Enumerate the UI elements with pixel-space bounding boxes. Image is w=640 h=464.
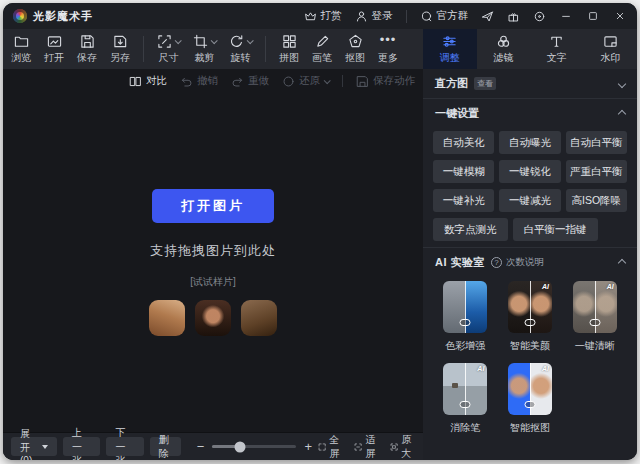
histogram-badge[interactable]: 查看 bbox=[474, 77, 496, 90]
right-panel: 直方图 查看 一键设置 自动美化 自动曝光 自动白平衡 一键模糊 一键锐化 严重… bbox=[423, 69, 637, 460]
ai-eraser-pen-card[interactable]: AI 消除笔 bbox=[433, 363, 498, 435]
sample-thumbnails bbox=[149, 300, 277, 336]
tab-adjust[interactable]: 调整 bbox=[423, 29, 477, 69]
expand-button[interactable]: 展开(0) bbox=[11, 437, 57, 456]
chevron-up-icon[interactable] bbox=[618, 258, 626, 266]
histogram-title: 直方图 bbox=[435, 76, 468, 91]
pen-icon bbox=[315, 34, 330, 49]
digital-spot-metering-button[interactable]: 数字点测光 bbox=[433, 218, 508, 241]
onekey-fill-light-button[interactable]: 一键补光 bbox=[433, 189, 494, 212]
ai-lab-section-header[interactable]: AI 实验室 次数说明 bbox=[423, 248, 637, 277]
chat-icon bbox=[420, 10, 433, 23]
share-button[interactable] bbox=[481, 10, 494, 23]
titlebar-divider bbox=[406, 10, 407, 23]
brush-button[interactable]: 画笔 bbox=[312, 33, 332, 65]
zoom-slider[interactable] bbox=[212, 445, 296, 448]
browse-button[interactable]: 浏览 bbox=[11, 33, 31, 65]
size-label: 尺寸 bbox=[159, 51, 179, 65]
resize-icon bbox=[157, 34, 172, 49]
undo-icon bbox=[180, 75, 193, 88]
crown-icon bbox=[304, 10, 317, 23]
save-as-button[interactable]: 另存 bbox=[110, 33, 130, 65]
auto-exposure-button[interactable]: 自动曝光 bbox=[499, 131, 560, 154]
drop-hint: 支持拖拽图片到此处 bbox=[150, 242, 276, 260]
crop-dropdown-caret[interactable] bbox=[211, 37, 218, 44]
maximize-button[interactable] bbox=[586, 9, 600, 23]
sliders-icon bbox=[442, 34, 457, 49]
onekey-dim-light-button[interactable]: 一键减光 bbox=[499, 189, 560, 212]
close-button[interactable] bbox=[613, 9, 627, 23]
ai-usage-label[interactable]: 次数说明 bbox=[506, 256, 544, 269]
drop-zone[interactable]: 打开图片 支持拖拽图片到此处 [试试样片] bbox=[3, 93, 423, 432]
size-button[interactable]: 尺寸 bbox=[157, 33, 180, 65]
fullscreen-button[interactable]: 全屏 bbox=[318, 433, 343, 461]
high-iso-denoise-button[interactable]: 高ISO降噪 bbox=[566, 189, 627, 212]
compare-handle-icon bbox=[589, 319, 600, 326]
official-group-label: 官方群 bbox=[437, 9, 469, 23]
reward-button[interactable]: 打赏 bbox=[304, 9, 342, 23]
ai-feature-label: 色彩增强 bbox=[445, 339, 485, 353]
help-icon[interactable] bbox=[491, 257, 502, 268]
open-button[interactable]: 打开 bbox=[44, 33, 64, 65]
crop-button[interactable]: 裁剪 bbox=[193, 33, 216, 65]
ai-one-key-clarity-card[interactable]: AI 一键清晰 bbox=[562, 281, 627, 353]
user-icon bbox=[355, 10, 368, 23]
save-button[interactable]: 保存 bbox=[77, 33, 97, 65]
white-balance-one-key-button[interactable]: 白平衡一指键 bbox=[513, 218, 598, 241]
zoom-out-button[interactable] bbox=[197, 440, 205, 453]
brush-label: 画笔 bbox=[312, 51, 332, 65]
rotate-button[interactable]: 旋转 bbox=[229, 33, 252, 65]
close-icon bbox=[614, 10, 626, 22]
sample-image-1[interactable] bbox=[149, 300, 185, 336]
app-identity: 光影魔术手 bbox=[13, 9, 93, 24]
delete-button[interactable]: 删除 bbox=[150, 437, 181, 456]
ai-badge: AI bbox=[607, 283, 614, 290]
login-button[interactable]: 登录 bbox=[355, 9, 393, 23]
gift-button[interactable] bbox=[507, 10, 520, 23]
onekey-blur-button[interactable]: 一键模糊 bbox=[433, 160, 494, 183]
restore-icon bbox=[282, 75, 295, 88]
ai-smart-beauty-card[interactable]: AI 智能美颜 bbox=[498, 281, 563, 353]
compare-button[interactable]: 对比 bbox=[129, 74, 167, 88]
zoom-slider-handle[interactable] bbox=[235, 441, 246, 452]
sample-image-2[interactable] bbox=[195, 300, 231, 336]
app-window: 光影魔术手 打赏 登录 官方群 bbox=[3, 3, 637, 460]
prev-button[interactable]: 上一张 bbox=[63, 437, 100, 456]
chevron-down-icon[interactable] bbox=[618, 79, 626, 87]
before-after-thumbnail: AI bbox=[443, 363, 487, 415]
ai-badge: AI bbox=[542, 365, 549, 372]
auto-white-balance-button[interactable]: 自动白平衡 bbox=[566, 131, 627, 154]
settings-button[interactable] bbox=[533, 10, 546, 23]
cutout-button[interactable]: 抠图 bbox=[345, 33, 365, 65]
original-size-button[interactable]: 原大 bbox=[390, 433, 415, 461]
more-label: 更多 bbox=[378, 51, 398, 65]
chevron-up-icon[interactable] bbox=[618, 109, 626, 117]
histogram-section-header[interactable]: 直方图 查看 bbox=[423, 69, 637, 98]
tab-filters[interactable]: 滤镜 bbox=[477, 29, 531, 69]
official-group-button[interactable]: 官方群 bbox=[420, 9, 469, 23]
fit-screen-button[interactable]: 适屏 bbox=[354, 433, 379, 461]
more-button[interactable]: ••• 更多 bbox=[378, 33, 398, 65]
onekey-section-header[interactable]: 一键设置 bbox=[423, 99, 637, 128]
titlebar: 光影魔术手 打赏 登录 官方群 bbox=[3, 3, 637, 29]
folder-icon bbox=[14, 34, 29, 49]
onekey-sharpen-button[interactable]: 一键锐化 bbox=[499, 160, 560, 183]
minimize-button[interactable] bbox=[559, 9, 573, 23]
ai-color-enhance-card[interactable]: 色彩增强 bbox=[433, 281, 498, 353]
save-as-label: 另存 bbox=[110, 51, 130, 65]
ai-smart-cutout-card[interactable]: AI 智能抠图 bbox=[498, 363, 563, 435]
canvas-toolbar: 对比 撤销 重做 还原 保存动作 bbox=[3, 69, 423, 93]
restore-button: 还原 bbox=[282, 74, 329, 88]
tab-watermark[interactable]: 水印 bbox=[584, 29, 638, 69]
severe-white-balance-button[interactable]: 严重白平衡 bbox=[566, 160, 627, 183]
collage-button[interactable]: 拼图 bbox=[279, 33, 299, 65]
tab-text[interactable]: 文字 bbox=[530, 29, 584, 69]
auto-beautify-button[interactable]: 自动美化 bbox=[433, 131, 494, 154]
rotate-dropdown-caret[interactable] bbox=[247, 37, 254, 44]
next-button[interactable]: 下一张 bbox=[106, 437, 143, 456]
sample-image-3[interactable] bbox=[241, 300, 277, 336]
image-icon bbox=[47, 34, 62, 49]
size-dropdown-caret[interactable] bbox=[175, 37, 182, 44]
zoom-in-button[interactable] bbox=[304, 440, 312, 453]
open-image-button[interactable]: 打开图片 bbox=[152, 189, 274, 223]
